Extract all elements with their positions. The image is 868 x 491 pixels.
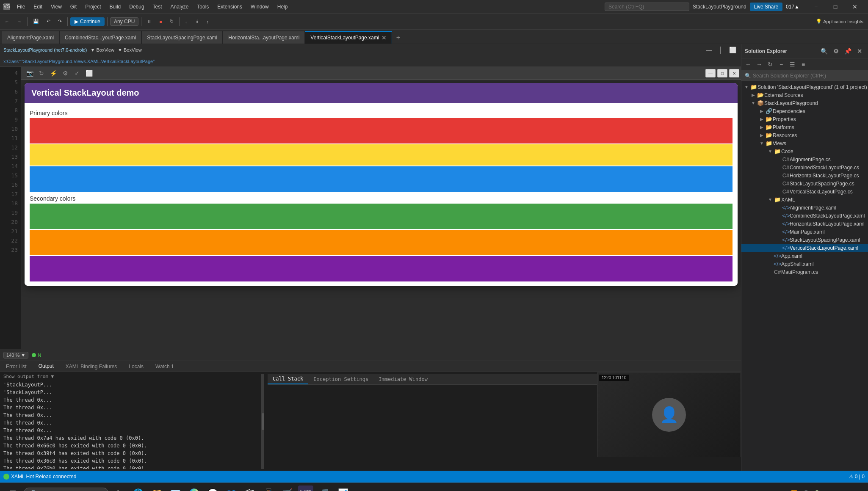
live-share-button[interactable]: Live Share <box>750 3 782 11</box>
se-search-icon[interactable]: 🔍 <box>819 46 829 56</box>
cs-file-3[interactable]: C# HorizontalStackLayoutPage.cs <box>741 171 868 179</box>
dependencies-item[interactable]: ▶ 🔗 Dependencies <box>741 107 868 115</box>
vs-taskbar-icon[interactable]: VS <box>298 485 313 491</box>
se-toolbar-refresh[interactable]: ↻ <box>765 59 775 69</box>
browser-icon2[interactable]: 🌍 <box>186 485 202 491</box>
app-xaml-item[interactable]: </> App.xaml <box>741 252 868 260</box>
tab-horizontal[interactable]: HorizontalSta...ayoutPage.xaml <box>223 31 305 44</box>
solution-root-item[interactable]: ▼ 📁 Solution 'StackLayoutPlayground' (1 … <box>741 83 868 91</box>
toolbar-back-btn[interactable]: ← <box>2 16 12 27</box>
minimize-button[interactable]: − <box>806 0 826 14</box>
debug-stop-btn[interactable]: ■ <box>156 16 165 27</box>
tab-combined[interactable]: CombinedStac...youtPage.xaml <box>59 31 141 44</box>
xaml-file-4[interactable]: </> MainPage.xaml <box>741 228 868 236</box>
start-button[interactable]: ⊞ <box>5 485 20 491</box>
platforms-item[interactable]: ▶ 📂 Platforms <box>741 123 868 131</box>
preview-max-button[interactable]: □ <box>717 69 727 77</box>
toolbar-redo-btn[interactable]: ↷ <box>55 16 65 27</box>
app-insights-btn[interactable]: 💡 Application Insights <box>813 16 866 27</box>
properties-item[interactable]: ▶ 📂 Properties <box>741 115 868 123</box>
tab-call-stack[interactable]: Call Stack <box>268 374 308 384</box>
mauiprogram-item[interactable]: C# MauiProgram.cs <box>741 268 868 276</box>
se-toolbar-filter[interactable]: ≡ <box>798 59 808 69</box>
se-pin-icon[interactable]: 📌 <box>843 46 853 56</box>
box-view-dropdown-2[interactable]: ▼ BoxView <box>118 47 142 52</box>
menu-git[interactable]: Git <box>67 3 80 11</box>
tab-close-icon[interactable]: ✕ <box>381 34 387 41</box>
phone-icon[interactable]: 📱 <box>261 485 276 491</box>
menu-help[interactable]: Help <box>274 3 291 11</box>
continue-button[interactable]: ▶ Continue <box>70 17 105 26</box>
se-search-input[interactable] <box>753 73 865 79</box>
xaml-file-1[interactable]: </> AlignmentPage.xaml <box>741 204 868 212</box>
step-out-btn[interactable]: ↑ <box>204 16 212 27</box>
resources-item[interactable]: ▶ 📂 Resources <box>741 131 868 139</box>
toolbar-forward-btn[interactable]: → <box>14 16 25 27</box>
se-toolbar-back[interactable]: ← <box>743 59 753 69</box>
tab-vertical-active[interactable]: VerticalStackLayoutPage.xaml ✕ <box>305 31 392 44</box>
menu-file[interactable]: File <box>14 3 28 11</box>
file-explorer-icon[interactable]: 📁 <box>149 485 164 491</box>
expand-icon[interactable]: ⬜ <box>727 45 738 55</box>
zoom-level[interactable]: 140 % ▼ <box>3 352 28 359</box>
menu-extensions[interactable]: Extensions <box>214 3 246 11</box>
debug-restart-btn[interactable]: ↻ <box>167 16 177 27</box>
toolbar-undo-btn[interactable]: ↶ <box>44 16 53 27</box>
close-button[interactable]: ✕ <box>845 0 865 14</box>
cs-file-2[interactable]: C# CombinedStackLayoutPage.cs <box>741 163 868 171</box>
preview-camera-icon[interactable]: 📷 <box>25 68 35 78</box>
xaml-folder-item[interactable]: ▼ 📁 XAML <box>741 196 868 204</box>
xaml-file-5[interactable]: </> StackLayoutSpacingPage.xaml <box>741 236 868 244</box>
appshell-item[interactable]: </> AppShell.xaml <box>741 260 868 268</box>
xaml-file-3[interactable]: </> HorizontalStackLayoutPage.xaml <box>741 220 868 228</box>
cs-file-1[interactable]: C# AlignmentPage.cs <box>741 155 868 163</box>
tab-alignment[interactable]: AlignmentPage.xaml <box>2 31 59 44</box>
maximize-button[interactable]: □ <box>826 0 845 14</box>
preview-hotreload-icon[interactable]: ⚡ <box>48 68 58 78</box>
preview-close-button[interactable]: ✕ <box>729 69 739 77</box>
menu-view[interactable]: View <box>47 3 65 11</box>
taskbar-search[interactable]: 🔍 Search <box>24 488 108 491</box>
menu-window[interactable]: Window <box>247 3 272 11</box>
tab-error-list[interactable]: Error List <box>0 362 33 371</box>
cs-file-4[interactable]: C# StackLayoutSpacingPage.cs <box>741 179 868 188</box>
tab-watch1[interactable]: Watch 1 <box>149 362 180 371</box>
code-folder-item[interactable]: ▼ 📁 Code <box>741 147 868 155</box>
tab-spacing[interactable]: StackLayoutSpacingPage.xaml <box>141 31 223 44</box>
menu-project[interactable]: Project <box>82 3 104 11</box>
menu-test[interactable]: Test <box>149 3 166 11</box>
xaml-file-6[interactable]: </> VerticalStackLayoutPage.xaml <box>741 244 868 252</box>
cpu-selector[interactable]: Any CPU <box>110 17 138 26</box>
taskview-button[interactable]: 🗂 <box>112 485 127 491</box>
output-splitter[interactable] <box>261 374 264 469</box>
store-icon[interactable]: 🛒 <box>279 485 295 491</box>
menu-build[interactable]: Build <box>106 3 124 11</box>
se-close-icon[interactable]: ✕ <box>854 46 865 56</box>
debug-pause-btn[interactable]: ⏸ <box>144 16 155 27</box>
toolbar-save-btn[interactable]: 💾 <box>30 16 42 27</box>
menu-analyze[interactable]: Analyze <box>167 3 192 11</box>
global-search-input[interactable] <box>605 3 689 11</box>
box-view-dropdown-1[interactable]: ▼ BoxView <box>91 47 115 52</box>
split-horizontal-icon[interactable]: ― <box>704 45 714 55</box>
edge-icon[interactable]: 🌐 <box>130 485 146 491</box>
tab-locals[interactable]: Locals <box>123 362 149 371</box>
preview-expand2-icon[interactable]: ⬜ <box>84 68 94 78</box>
xaml-file-2[interactable]: </> CombinedStackLayoutPage.xaml <box>741 212 868 220</box>
teams-icon[interactable]: 💬 <box>205 485 220 491</box>
split-vertical-icon[interactable]: │ <box>716 45 726 55</box>
views-item[interactable]: ▼ 📁 Views <box>741 139 868 147</box>
external-sources-item[interactable]: ▶ 📂 External Sources <box>741 91 868 99</box>
preview-check-icon[interactable]: ✓ <box>72 68 82 78</box>
teams2-icon[interactable]: 👥 <box>224 485 239 491</box>
tab-output[interactable]: Output <box>33 361 60 371</box>
step-over-btn[interactable]: ↡ <box>192 16 202 27</box>
menu-edit[interactable]: Edit <box>30 3 46 11</box>
cs-file-5[interactable]: C# VerticalStackLayoutPage.cs <box>741 188 868 196</box>
tab-exception-settings[interactable]: Exception Settings <box>308 375 373 384</box>
project-item[interactable]: ▼ 📦 StackLayoutPlayground <box>741 99 868 107</box>
menu-tools[interactable]: Tools <box>194 3 212 11</box>
outlook-icon[interactable]: 📧 <box>168 485 183 491</box>
preview-min-button[interactable]: ― <box>705 69 716 77</box>
maps-icon[interactable]: 🗺 <box>242 485 257 491</box>
